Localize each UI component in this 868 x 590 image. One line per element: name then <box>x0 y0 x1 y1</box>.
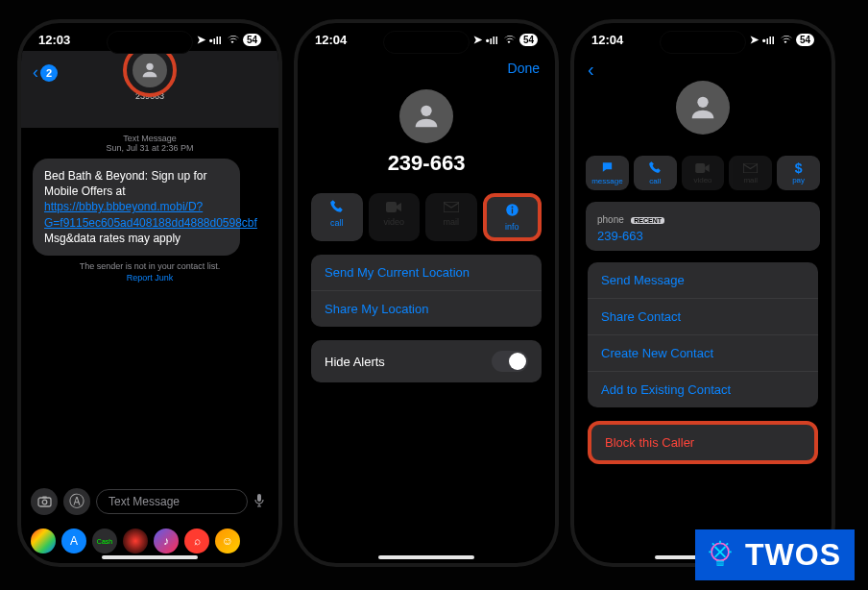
video-button: video <box>682 156 725 190</box>
send-location[interactable]: Send My Current Location <box>311 255 542 291</box>
action-label: mail <box>427 217 475 227</box>
phone-2-contact-sheet: 12:04 ➤ •ıll 54 Done 239-663 call video <box>294 19 559 567</box>
bubble-text-pre: Bed Bath & Beyond: Sign up for Mobile Of… <box>44 169 206 198</box>
bubble-link[interactable]: https://bbby.bbbeyond.mobi/D?G=f9115ec60… <box>44 200 257 229</box>
svg-point-11 <box>697 97 708 108</box>
hide-alerts-row[interactable]: Hide Alerts <box>311 340 542 382</box>
phone-3-contact-info: 12:04 ➤ •ıll 54 ‹ message call <box>570 19 835 567</box>
meta-date: Sun, Jul 31 at 2:36 PM <box>106 143 193 153</box>
back-button[interactable]: ‹ 2 <box>33 62 58 83</box>
location-icon: ➤ <box>750 34 759 46</box>
phone-icon <box>313 199 361 216</box>
junk-notice: The sender is not in your contact list. <box>80 261 221 271</box>
signal-icon: •ıll <box>762 35 775 46</box>
battery-level: 54 <box>796 34 814 46</box>
message-header: ‹ 2 239663 <box>21 51 278 128</box>
appstore-app-icon[interactable]: A <box>61 529 86 553</box>
photos-app-icon[interactable] <box>31 529 56 553</box>
home-indicator[interactable] <box>378 555 474 559</box>
mail-button: mail <box>729 156 772 190</box>
action-label: info <box>489 222 537 232</box>
back-button[interactable]: ‹ <box>574 51 832 81</box>
status-time: 12:03 <box>38 33 70 47</box>
svg-rect-15 <box>716 560 723 565</box>
status-time: 12:04 <box>591 33 623 47</box>
action-label: mail <box>730 176 771 184</box>
signal-icon: •ıll <box>486 35 498 46</box>
call-button[interactable]: call <box>311 193 363 241</box>
share-location[interactable]: Share My Location <box>311 291 542 327</box>
dollar-icon: $ <box>778 160 819 176</box>
recent-badge: RECENT <box>631 217 664 224</box>
status-time: 12:04 <box>315 33 347 47</box>
twos-brand-logo: TWOS <box>695 529 855 580</box>
wifi-icon <box>226 35 239 46</box>
alerts-group: Hide Alerts <box>311 340 542 382</box>
location-icon: ➤ <box>473 34 482 46</box>
phone-1-messages: 12:03 ➤ •ıll 54 ‹ 2 239663 Text Message <box>17 19 282 567</box>
location-group: Send My Current Location Share My Locati… <box>311 255 542 327</box>
pay-button[interactable]: $ pay <box>777 156 820 190</box>
message-input[interactable]: Text Message <box>96 489 248 514</box>
svg-rect-3 <box>42 497 47 499</box>
phone-label: phone <box>597 214 624 225</box>
add-existing-contact[interactable]: Add to Existing Contact <box>588 372 818 407</box>
brand-text: TWOS <box>745 537 841 572</box>
action-label: call <box>313 218 361 228</box>
unread-badge: 2 <box>40 64 58 82</box>
compose-row: Ⓐ Text Message <box>21 482 278 521</box>
action-label: message <box>587 177 628 185</box>
toggle-switch[interactable] <box>492 351 528 372</box>
report-junk-link[interactable]: Report Junk <box>21 273 278 283</box>
phone-number-block[interactable]: phone RECENT 239-663 <box>586 202 820 251</box>
wifi-icon <box>502 35 516 46</box>
phone-icon <box>635 160 676 177</box>
person-icon <box>410 100 443 133</box>
hide-alerts-label: Hide Alerts <box>325 355 385 369</box>
message-button[interactable]: message <box>586 156 629 190</box>
action-row: call video mail info <box>298 193 555 241</box>
message-meta: Text Message Sun, Jul 31 at 2:36 PM <box>21 134 278 153</box>
notch <box>383 31 470 54</box>
battery-level: 54 <box>519 34 538 46</box>
svg-rect-10 <box>512 209 513 213</box>
camera-button[interactable] <box>31 488 58 515</box>
search-app-icon[interactable]: ⌕ <box>184 529 209 553</box>
location-icon: ➤ <box>197 34 205 46</box>
svg-point-5 <box>421 106 431 116</box>
appstore-button[interactable]: Ⓐ <box>63 488 90 515</box>
person-icon <box>687 91 719 124</box>
video-icon <box>371 199 419 215</box>
memoji-app-icon[interactable]: ☺ <box>215 529 240 553</box>
music-app-icon[interactable]: ♪ <box>154 529 179 553</box>
notch <box>107 31 193 54</box>
share-contact[interactable]: Share Contact <box>588 299 818 335</box>
mail-icon <box>730 160 771 176</box>
app-drawer[interactable]: A Cash ♪ ⌕ ☺ <box>21 525 278 557</box>
send-message[interactable]: Send Message <box>588 262 818 299</box>
action-row: message call video mail $ pay <box>574 156 832 190</box>
video-button: video <box>369 193 421 241</box>
svg-point-9 <box>511 206 513 208</box>
home-indicator[interactable] <box>102 555 198 559</box>
applecash-app-icon[interactable]: Cash <box>92 529 117 553</box>
contact-avatar <box>399 89 453 143</box>
fitness-app-icon[interactable] <box>123 529 148 553</box>
contact-avatar <box>676 81 730 135</box>
block-caller[interactable]: Block this Caller <box>591 425 814 460</box>
chevron-left-icon: ‹ <box>33 62 38 83</box>
svg-point-2 <box>42 500 47 504</box>
done-button[interactable]: Done <box>298 51 555 76</box>
call-button[interactable]: call <box>634 156 677 190</box>
svg-rect-4 <box>257 494 261 502</box>
battery-level: 54 <box>243 34 261 46</box>
info-button[interactable]: info <box>483 193 542 241</box>
phone-number: 239-663 <box>597 229 808 243</box>
mic-icon[interactable] <box>253 493 269 511</box>
bubble-text-post: Msg&data rates may apply <box>44 232 181 245</box>
create-new-contact[interactable]: Create New Contact <box>588 335 818 372</box>
wifi-icon <box>779 35 792 46</box>
mail-button: mail <box>425 193 477 241</box>
message-bubble[interactable]: Bed Bath & Beyond: Sign up for Mobile Of… <box>33 159 240 256</box>
notch <box>660 31 746 54</box>
